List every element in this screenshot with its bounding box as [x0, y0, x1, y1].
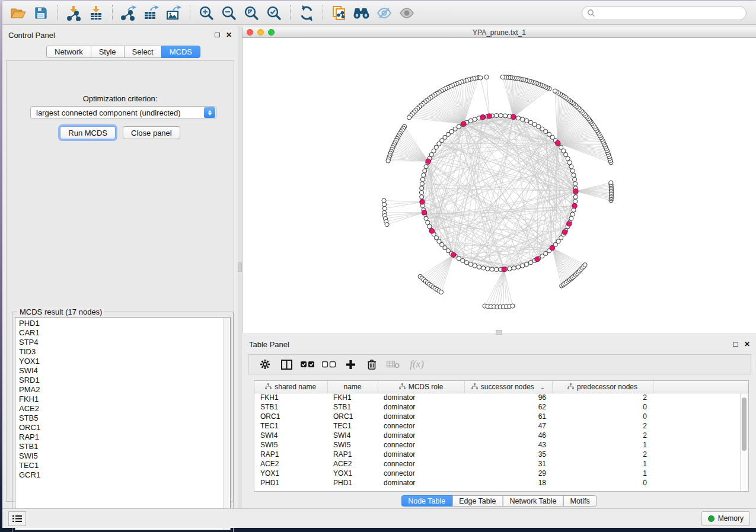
cell-name[interactable]: PHD1	[327, 478, 378, 488]
cell-name[interactable]: ORC1	[327, 412, 378, 421]
cell-predecessor-nodes[interactable]: 0	[552, 412, 653, 421]
cell-successor-nodes[interactable]: 18	[464, 478, 552, 488]
float-panel-icon[interactable]	[215, 33, 220, 37]
horizontal-splitter-handle[interactable]	[496, 330, 502, 335]
mcds-result-item[interactable]: SWI4	[15, 366, 230, 376]
cell-predecessor-nodes[interactable]: 2	[552, 421, 653, 431]
mcds-result-item[interactable]: SWI5	[15, 451, 230, 461]
cell-shared-name[interactable]: STB1	[254, 402, 327, 412]
deselect-all-button[interactable]	[318, 356, 340, 373]
cell-name[interactable]: SWI5	[327, 440, 378, 450]
cell-shared-name[interactable]: FKH1	[254, 393, 327, 402]
network-graph-canvas[interactable]	[243, 38, 756, 333]
tab-node-table[interactable]: Node Table	[401, 495, 452, 507]
cell-shared-name[interactable]: ACE2	[254, 459, 327, 469]
mcds-result-item[interactable]: PMA2	[15, 385, 230, 395]
cell-predecessor-nodes[interactable]: 1	[552, 440, 653, 450]
cell-predecessor-nodes[interactable]: 1	[552, 459, 653, 469]
tab-motifs[interactable]: Motifs	[563, 495, 596, 507]
optimization-criterion-select[interactable]: largest connected component (undirected)	[30, 106, 216, 119]
column-header-shared-name[interactable]: shared name	[254, 381, 327, 393]
vertical-splitter-handle[interactable]	[238, 262, 242, 272]
cell-shared-name[interactable]: SWI5	[254, 440, 327, 450]
cell-name[interactable]: ACE2	[327, 459, 378, 469]
close-panel-icon[interactable]: ✕	[226, 31, 232, 39]
cell-successor-nodes[interactable]: 47	[464, 421, 552, 431]
zoom-in-button[interactable]	[195, 4, 218, 23]
cell-MCDS-role[interactable]: dominator	[378, 402, 464, 412]
hide-selected-button[interactable]	[373, 4, 395, 23]
cell-MCDS-role[interactable]: dominator	[378, 393, 464, 402]
mcds-result-item[interactable]: ACE2	[15, 404, 230, 414]
cell-name[interactable]: YOX1	[327, 469, 378, 478]
run-mcds-button[interactable]: Run MCDS	[60, 126, 116, 139]
cell-name[interactable]: RAP1	[327, 450, 378, 459]
cell-MCDS-role[interactable]: dominator	[378, 478, 464, 488]
table-scrollbar-thumb[interactable]	[742, 398, 747, 451]
zoom-selected-button[interactable]	[263, 4, 285, 23]
first-neighbors-button[interactable]	[350, 4, 373, 23]
cell-predecessor-nodes[interactable]: 0	[552, 402, 653, 412]
save-session-button[interactable]	[30, 4, 52, 23]
tab-select[interactable]: Select	[124, 46, 162, 58]
cell-shared-name[interactable]: SWI4	[254, 431, 327, 440]
table-row[interactable]: ORC1ORC1dominator610	[254, 412, 748, 421]
cell-shared-name[interactable]: RAP1	[254, 450, 327, 459]
mcds-result-item[interactable]: STB5	[15, 414, 230, 423]
mcds-result-item[interactable]: ORC1	[15, 423, 230, 432]
tab-network[interactable]: Network	[46, 46, 91, 58]
close-panel-button[interactable]: Close panel	[123, 126, 180, 139]
table-row[interactable]: SWI5SWI5connector431	[254, 440, 748, 450]
export-image-button[interactable]	[162, 4, 185, 23]
network-window-titlebar[interactable]: YPA_prune.txt_1	[243, 27, 756, 38]
tab-mcds[interactable]: MCDS	[161, 46, 200, 58]
cell-shared-name[interactable]: PHD1	[254, 478, 327, 488]
mcds-result-item[interactable]: TID3	[15, 347, 230, 357]
new-column-button[interactable]	[340, 356, 361, 373]
table-row[interactable]: SWI4SWI4dominator462	[254, 431, 748, 440]
cell-predecessor-nodes[interactable]: 1	[552, 469, 653, 478]
cell-name[interactable]: TEC1	[327, 421, 378, 431]
table-row[interactable]: TEC1TEC1connector472	[254, 421, 748, 431]
import-table-button[interactable]	[85, 4, 107, 23]
table-row[interactable]: RAP1RAP1dominator352	[254, 450, 748, 459]
cell-shared-name[interactable]: YOX1	[254, 469, 327, 478]
cell-predecessor-nodes[interactable]: 2	[552, 393, 653, 402]
cell-predecessor-nodes[interactable]: 2	[552, 450, 653, 459]
search-box[interactable]	[582, 6, 747, 20]
mcds-result-item[interactable]: RAP1	[15, 432, 230, 442]
tab-style[interactable]: Style	[91, 46, 125, 58]
float-table-panel-icon[interactable]	[733, 342, 738, 347]
select-all-button[interactable]	[297, 356, 318, 373]
new-network-from-selection-button[interactable]	[328, 4, 350, 23]
table-row[interactable]: PHD1PHD1dominator180	[254, 478, 748, 488]
close-table-panel-icon[interactable]: ✕	[744, 341, 750, 348]
mcds-result-item[interactable]: GCR1	[15, 470, 230, 480]
mcds-result-item[interactable]: FKH1	[15, 395, 230, 404]
table-row[interactable]: YOX1YOX1connector291	[254, 469, 748, 478]
cell-MCDS-role[interactable]: dominator	[378, 450, 464, 459]
tab-network-table[interactable]: Network Table	[503, 495, 564, 507]
zoom-out-button[interactable]	[218, 4, 240, 23]
cell-MCDS-role[interactable]: connector	[378, 469, 464, 478]
table-mode-button[interactable]	[254, 356, 276, 373]
column-header-MCDS-role[interactable]: MCDS role	[378, 381, 464, 393]
cell-predecessor-nodes[interactable]: 0	[552, 478, 653, 488]
export-table-button[interactable]	[140, 4, 162, 23]
cell-shared-name[interactable]: ORC1	[254, 412, 327, 421]
refresh-button[interactable]	[295, 4, 318, 23]
column-header-successor-nodes[interactable]: successor nodes⌄	[464, 381, 552, 393]
cell-successor-nodes[interactable]: 31	[464, 459, 552, 469]
cell-name[interactable]: SWI4	[327, 431, 378, 440]
mcds-result-item[interactable]: STB1	[15, 442, 230, 451]
cell-name[interactable]: STB1	[327, 402, 378, 412]
mcds-result-item[interactable]: CAR1	[15, 328, 230, 338]
cell-MCDS-role[interactable]: dominator	[378, 431, 464, 440]
cell-MCDS-role[interactable]: dominator	[378, 412, 464, 421]
zoom-fit-button[interactable]	[240, 4, 263, 23]
export-network-button[interactable]	[117, 4, 140, 23]
table-row[interactable]: ACE2ACE2connector311	[254, 459, 748, 469]
show-all-button[interactable]	[395, 4, 418, 23]
cell-successor-nodes[interactable]: 61	[464, 412, 552, 421]
cell-MCDS-role[interactable]: connector	[378, 440, 464, 450]
